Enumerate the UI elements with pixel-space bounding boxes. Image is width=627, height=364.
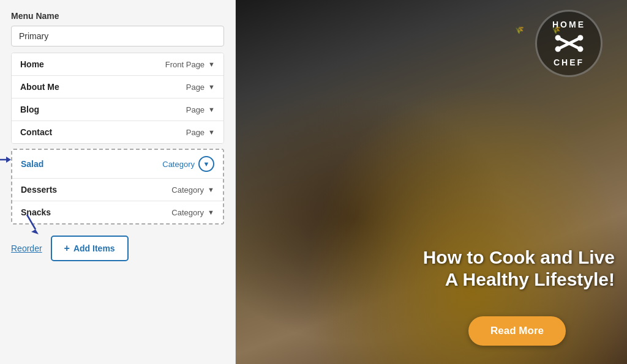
menu-item-home: Home Front Page ▼ (12, 53, 223, 76)
wheat-left-decoration: 🌾 (515, 24, 524, 36)
wheat-right-decoration: 🌾 (552, 24, 561, 36)
sub-menu-item-desserts: Desserts Category ▼ (12, 179, 223, 201)
logo-container: HOME CHEF (535, 10, 603, 77)
plus-icon: + (64, 243, 70, 254)
menu-item-home-name: Home (20, 59, 44, 69)
logo-bottom-text: CHEF (554, 58, 584, 67)
menu-item-about: About Me Page ▼ (12, 76, 223, 98)
menu-item-blog-name: Blog (20, 105, 39, 114)
sub-menu-salad-name: Salad (21, 159, 43, 169)
menu-name-label: Menu Name (11, 11, 224, 21)
sub-menu-item-snacks: Snacks Category ▼ (12, 201, 223, 223)
sub-menu-desserts-type: Category (171, 185, 204, 195)
sub-menu-section: Salad Category ▼ Desserts Category ▼ Sna… (11, 149, 224, 225)
svg-line-2 (27, 215, 36, 229)
sub-menu-salad-dropdown-btn[interactable]: ▼ (198, 156, 214, 172)
read-more-button[interactable]: Read More (468, 316, 566, 346)
menu-name-input[interactable] (11, 26, 224, 46)
right-panel: HOME CHEF 🌾 🌾 How to Cook and Live A (236, 0, 627, 364)
menu-item-contact-arrow[interactable]: ▼ (208, 128, 215, 136)
menu-item-about-arrow[interactable]: ▼ (208, 83, 215, 91)
svg-point-9 (577, 46, 583, 52)
sub-menu-item-salad: Salad Category ▼ (12, 150, 223, 179)
arrow-reorder-indicator (23, 214, 40, 237)
menu-item-blog-arrow[interactable]: ▼ (208, 106, 215, 113)
sub-menu-snacks-type: Category (171, 208, 204, 217)
menu-item-home-type: Front Page (165, 60, 205, 69)
sub-menu-salad-type: Category (162, 160, 195, 169)
sub-menu-snacks-arrow[interactable]: ▼ (208, 209, 214, 216)
menu-item-about-name: About Me (20, 82, 59, 92)
menu-item-contact-name: Contact (20, 127, 52, 137)
svg-marker-1 (6, 157, 11, 163)
headline-line2: A Healthy Lifestyle! (242, 269, 615, 291)
sub-menu-desserts-name: Desserts (21, 185, 57, 195)
menu-item-about-type: Page (186, 83, 205, 92)
logo-circle: HOME CHEF (535, 10, 603, 77)
menu-items-table: Home Front Page ▼ About Me Page ▼ Blog P… (11, 53, 224, 144)
menu-item-contact: Contact Page ▼ (12, 121, 223, 143)
menu-item-home-arrow[interactable]: ▼ (208, 61, 215, 68)
left-panel: Menu Name Home Front Page ▼ About Me Pag… (0, 0, 236, 364)
add-items-button[interactable]: + Add Items (51, 236, 129, 261)
svg-point-7 (577, 35, 583, 40)
bottom-bar: Reorder + Add Items (11, 233, 224, 261)
menu-item-contact-type: Page (186, 128, 205, 137)
add-items-label: Add Items (73, 243, 115, 253)
svg-marker-3 (31, 229, 39, 234)
menu-item-blog: Blog Page ▼ (12, 98, 223, 121)
sub-menu-desserts-arrow[interactable]: ▼ (208, 186, 214, 193)
svg-point-6 (555, 46, 560, 52)
sub-menu-wrapper: Salad Category ▼ Desserts Category ▼ Sna… (11, 146, 224, 227)
headline-container: How to Cook and Live A Healthy Lifestyle… (242, 247, 627, 291)
headline-line1: How to Cook and Live (242, 247, 615, 269)
arrow-salad-indicator (0, 154, 11, 166)
reorder-button[interactable]: Reorder (11, 243, 42, 253)
menu-item-blog-type: Page (186, 105, 205, 114)
